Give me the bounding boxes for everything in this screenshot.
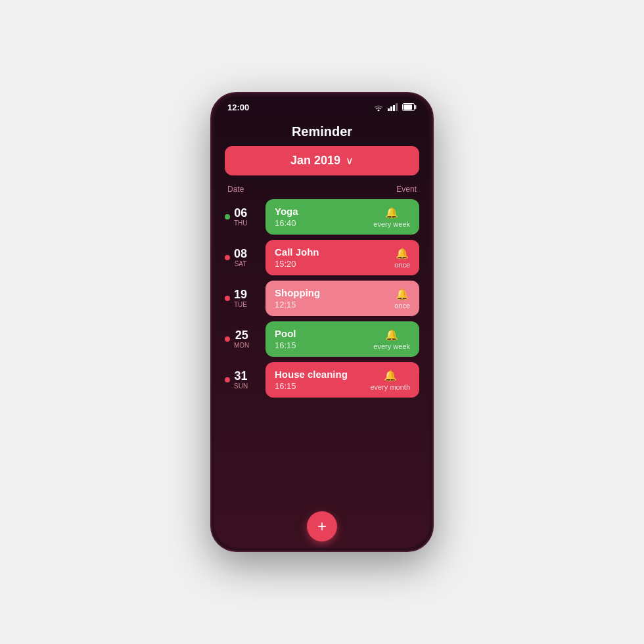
date-dot-area: 31 SUN xyxy=(225,370,259,390)
event-right: 🔔 every week xyxy=(373,329,410,350)
bell-icon: 🔔 xyxy=(385,329,398,341)
bell-icon: 🔔 xyxy=(396,247,409,260)
event-right: 🔔 every week xyxy=(373,206,410,228)
date-block: 25 MON xyxy=(234,329,249,350)
event-name: Pool xyxy=(275,328,296,339)
reminder-dot xyxy=(225,296,230,301)
bell-icon: 🔔 xyxy=(385,206,398,219)
date-number: 25 xyxy=(235,329,248,342)
event-info: Yoga 16:40 xyxy=(275,206,298,228)
event-time: 16:40 xyxy=(275,218,298,228)
date-number: 31 xyxy=(235,370,248,383)
event-card[interactable]: Pool 16:15 🔔 every week xyxy=(265,321,419,357)
reminder-row[interactable]: 06 THU Yoga 16:40 🔔 every week xyxy=(225,199,419,235)
date-weekday: SUN xyxy=(234,382,248,390)
chevron-down-icon: ∨ xyxy=(346,154,354,167)
event-card[interactable]: Call John 15:20 🔔 once xyxy=(265,240,419,275)
reminder-dot xyxy=(225,255,230,260)
event-card[interactable]: Yoga 16:40 🔔 every week xyxy=(265,199,419,235)
event-column-header: Event xyxy=(396,185,417,194)
reminder-dot xyxy=(225,214,230,219)
event-info: House cleaning 16:15 xyxy=(275,369,348,391)
date-block: 31 SUN xyxy=(234,370,248,390)
event-time: 16:15 xyxy=(275,381,348,391)
date-dot-area: 19 TUE xyxy=(225,288,259,309)
bell-icon: 🔔 xyxy=(396,288,409,300)
event-frequency: every week xyxy=(373,220,410,228)
reminder-dot xyxy=(225,336,230,342)
date-weekday: THU xyxy=(234,219,248,227)
event-card[interactable]: Shopping 12:15 🔔 once xyxy=(265,281,419,316)
reminder-row[interactable]: 25 MON Pool 16:15 🔔 every week xyxy=(225,321,419,357)
date-dot-area: 08 SAT xyxy=(225,248,259,268)
status-bar: 12:00 xyxy=(214,96,430,116)
event-time: 12:15 xyxy=(275,300,320,310)
svg-rect-6 xyxy=(403,104,412,110)
reminder-row[interactable]: 08 SAT Call John 15:20 🔔 once xyxy=(225,240,419,275)
svg-rect-5 xyxy=(415,105,417,109)
phone-frame: 12:00 xyxy=(210,92,434,552)
date-number: 08 xyxy=(234,248,247,261)
date-dot-area: 06 THU xyxy=(225,207,259,227)
month-selector[interactable]: Jan 2019 ∨ xyxy=(225,146,419,175)
date-dot-area: 25 MON xyxy=(225,329,259,350)
event-frequency: once xyxy=(394,261,410,269)
event-name: Yoga xyxy=(275,206,298,217)
event-info: Call John 15:20 xyxy=(275,246,319,269)
phone-screen: 12:00 xyxy=(214,96,430,548)
event-time: 16:15 xyxy=(275,340,296,350)
column-headers: Date Event xyxy=(214,182,430,199)
date-number: 06 xyxy=(234,207,247,220)
reminder-row[interactable]: 31 SUN House cleaning 16:15 🔔 every mont… xyxy=(225,362,419,398)
date-column-header: Date xyxy=(227,185,244,194)
event-right: 🔔 once xyxy=(394,288,410,310)
event-name: House cleaning xyxy=(275,369,348,380)
app-title: Reminder xyxy=(214,116,430,146)
status-icons xyxy=(373,103,417,112)
svg-rect-0 xyxy=(388,108,390,111)
date-weekday: SAT xyxy=(235,260,247,267)
event-frequency: every week xyxy=(373,342,410,350)
date-weekday: MON xyxy=(234,342,249,349)
svg-rect-1 xyxy=(390,106,392,111)
reminder-row[interactable]: 19 TUE Shopping 12:15 🔔 once xyxy=(225,281,419,316)
add-reminder-button[interactable]: + xyxy=(307,511,337,541)
date-number: 19 xyxy=(234,288,247,302)
date-weekday: TUE xyxy=(234,301,247,308)
event-right: 🔔 every month xyxy=(370,369,410,391)
event-name: Call John xyxy=(275,246,319,258)
date-block: 19 TUE xyxy=(234,288,247,309)
month-label: Jan 2019 xyxy=(290,154,340,168)
fab-area: + xyxy=(214,502,430,548)
bell-icon: 🔔 xyxy=(384,369,397,382)
app-screen: Reminder Jan 2019 ∨ Date Event 06 THU xyxy=(214,116,430,548)
event-right: 🔔 once xyxy=(394,247,410,269)
svg-rect-3 xyxy=(396,103,398,111)
signal-icon xyxy=(388,103,398,112)
reminder-dot xyxy=(225,377,230,382)
reminders-list: 06 THU Yoga 16:40 🔔 every week 08 SAT C xyxy=(214,199,430,502)
date-block: 06 THU xyxy=(234,207,248,227)
event-card[interactable]: House cleaning 16:15 🔔 every month xyxy=(265,362,419,398)
battery-icon xyxy=(402,103,417,112)
event-frequency: once xyxy=(394,302,410,310)
status-time: 12:00 xyxy=(227,103,249,112)
event-time: 15:20 xyxy=(275,259,319,269)
event-info: Pool 16:15 xyxy=(275,328,296,350)
event-name: Shopping xyxy=(275,287,320,298)
wifi-icon xyxy=(373,103,384,112)
event-info: Shopping 12:15 xyxy=(275,287,320,310)
svg-rect-2 xyxy=(393,105,395,111)
date-block: 08 SAT xyxy=(234,248,247,268)
event-frequency: every month xyxy=(370,383,410,391)
